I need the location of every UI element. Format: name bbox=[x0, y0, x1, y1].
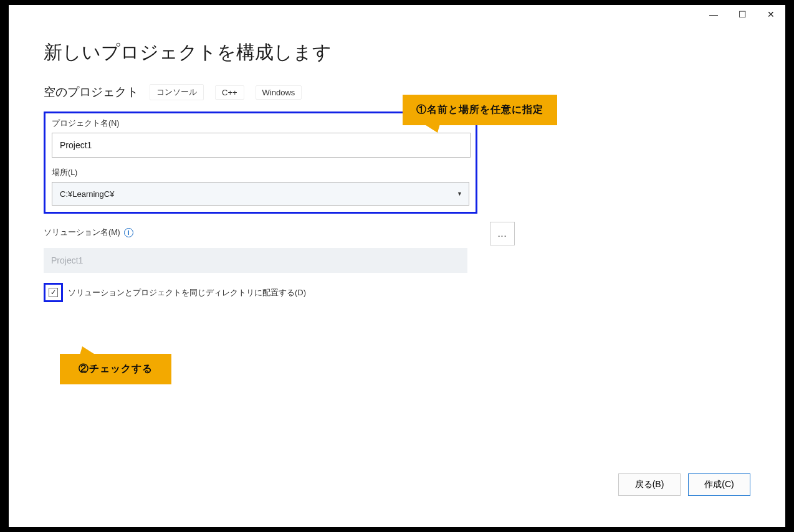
back-button[interactable]: 戻る(B) bbox=[618, 473, 681, 496]
tag-console: コンソール bbox=[150, 84, 204, 100]
footer-buttons: 戻る(B) 作成(C) bbox=[618, 473, 750, 496]
same-directory-checkbox[interactable]: ✓ bbox=[49, 288, 58, 297]
minimize-button[interactable]: — bbox=[699, 5, 728, 24]
subtitle-row: 空のプロジェクト コンソール C++ Windows bbox=[44, 84, 750, 100]
browse-button[interactable]: ... bbox=[490, 222, 515, 245]
tag-cpp: C++ bbox=[215, 85, 244, 100]
close-button[interactable]: ✕ bbox=[757, 5, 785, 24]
callout-1: ①名前と場所を任意に指定 bbox=[403, 95, 557, 125]
callout-2: ②チェックする bbox=[60, 354, 171, 384]
location-value: C:¥LearningC¥ bbox=[60, 189, 114, 199]
chevron-down-icon: ▼ bbox=[457, 191, 462, 197]
content-area: 新しいプロジェクトを構成します 空のプロジェクト コンソール C++ Windo… bbox=[9, 24, 785, 302]
location-label: 場所(L) bbox=[52, 168, 469, 178]
solution-section: ソリューション名(M) i bbox=[44, 227, 750, 273]
solution-name-label: ソリューション名(M) i bbox=[44, 227, 750, 238]
maximize-button[interactable]: ☐ bbox=[728, 5, 757, 24]
info-icon[interactable]: i bbox=[124, 228, 133, 237]
checkbox-highlight: ✓ bbox=[44, 283, 63, 302]
template-name: 空のプロジェクト bbox=[44, 84, 138, 100]
location-row: C:¥LearningC¥ ▼ bbox=[52, 182, 469, 206]
page-title: 新しいプロジェクトを構成します bbox=[44, 40, 750, 65]
checkbox-row: ✓ ソリューションとプロジェクトを同じディレクトリに配置する(D) bbox=[44, 283, 750, 302]
solution-name-input bbox=[44, 248, 467, 273]
project-name-input[interactable] bbox=[52, 133, 471, 158]
tag-windows: Windows bbox=[256, 85, 302, 100]
same-directory-label: ソリューションとプロジェクトを同じディレクトリに配置する(D) bbox=[68, 287, 306, 298]
titlebar: — ☐ ✕ bbox=[9, 5, 785, 24]
dialog-window: — ☐ ✕ 新しいプロジェクトを構成します 空のプロジェクト コンソール C++… bbox=[9, 5, 785, 527]
location-combo[interactable]: C:¥LearningC¥ ▼ bbox=[52, 182, 469, 206]
highlight-name-location: プロジェクト名(N) 場所(L) C:¥LearningC¥ ▼ bbox=[44, 112, 477, 214]
create-button[interactable]: 作成(C) bbox=[688, 473, 750, 496]
solution-name-label-text: ソリューション名(M) bbox=[44, 227, 120, 238]
